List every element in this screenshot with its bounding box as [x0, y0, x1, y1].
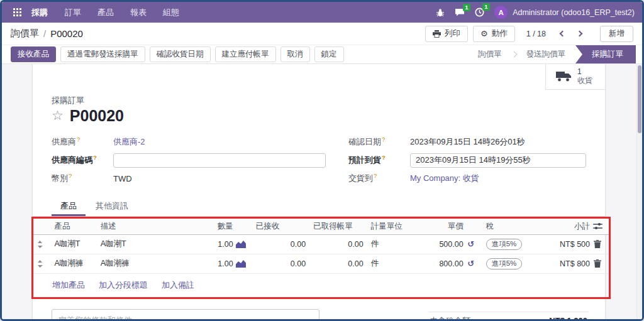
- cell-received[interactable]: 0.00: [252, 234, 310, 254]
- receipt-label: 收貨: [577, 77, 592, 85]
- debug-bug-icon[interactable]: [436, 8, 445, 17]
- add-note-link[interactable]: 加入備註: [162, 280, 194, 291]
- pager-previous-icon[interactable]: [555, 27, 569, 41]
- right-field-group: 確認日期? 2023年09月15日 14時26分01秒 預計到貨? 交貨到? M…: [348, 133, 586, 188]
- header-received[interactable]: 已接收: [252, 219, 310, 235]
- receipt-smart-button[interactable]: 1 收貨: [545, 64, 605, 90]
- create-bill-button[interactable]: 建立應付帳單: [215, 46, 276, 62]
- forecast-chart-icon[interactable]: [233, 241, 248, 248]
- cell-subtotal[interactable]: NT$ 500: [534, 234, 609, 254]
- cell-unit-price[interactable]: 800.00: [413, 254, 482, 273]
- cell-taxes[interactable]: 進項5%: [482, 234, 534, 254]
- confirm-date-label: 確認日期?: [348, 136, 410, 148]
- cell-product[interactable]: A咖潮T: [50, 234, 96, 254]
- cell-billed[interactable]: 0.00: [309, 254, 367, 273]
- header-unit-price[interactable]: 單價: [413, 219, 482, 235]
- add-product-link[interactable]: 增加產品: [52, 280, 85, 291]
- price-history-icon[interactable]: [464, 239, 479, 249]
- breadcrumb-parent-link[interactable]: 詢價單: [11, 28, 39, 40]
- favorite-star-icon[interactable]: [52, 108, 64, 123]
- help-marker: ?: [382, 154, 386, 161]
- delete-line-icon[interactable]: [590, 259, 605, 268]
- currency-label: 幣別?: [52, 172, 113, 184]
- menu-reporting[interactable]: 報表: [122, 7, 155, 18]
- vendor-value-link[interactable]: 供應商-2: [113, 136, 145, 148]
- pager-next-icon[interactable]: [574, 27, 587, 41]
- delete-line-icon[interactable]: [590, 240, 605, 248]
- planned-date-input[interactable]: [410, 153, 586, 168]
- drag-handle-icon[interactable]: [37, 241, 47, 248]
- table-header-row: 產品 描述 數量 已接收 已取得帳單 計量單位 單價 稅 小計: [33, 219, 609, 235]
- untaxed-amount-label: 未含稅金額:: [430, 315, 473, 321]
- action-label: 動作: [492, 28, 508, 39]
- cell-subtotal[interactable]: NT$ 800: [534, 254, 609, 273]
- table-row[interactable]: A咖潮褲 A咖潮褲 1.00 0.00 0.00 件 800.00 進項5% N…: [33, 254, 609, 273]
- form-statusbar: 接收產品 通過電郵發送採購單 確認收貨日期 建立應付帳單 取消 鎖定 詢價單 發…: [2, 45, 642, 64]
- print-button[interactable]: 列印: [425, 26, 468, 42]
- cell-description[interactable]: A咖潮T: [97, 234, 183, 254]
- new-record-button[interactable]: 新增: [600, 26, 633, 42]
- drag-handle-icon[interactable]: [37, 260, 47, 268]
- cell-uom[interactable]: 件: [367, 254, 413, 273]
- currency-value[interactable]: TWD: [113, 174, 132, 183]
- apps-grid-icon[interactable]: [9, 8, 25, 16]
- cell-billed[interactable]: 0.00: [309, 234, 367, 254]
- menu-orders[interactable]: 訂單: [57, 7, 89, 18]
- app-window: 採購 訂單 產品 報表 組態 1 1: [0, 0, 644, 321]
- cell-description[interactable]: A咖潮褲: [97, 254, 183, 273]
- step-rfq[interactable]: 詢價單: [468, 45, 512, 63]
- deliver-to-label: 交貨到?: [348, 172, 410, 184]
- user-label: Administrator (odoo16_ERP_test2): [513, 8, 635, 17]
- vertical-scrollbar[interactable]: [636, 64, 642, 319]
- cell-product[interactable]: A咖潮褲: [50, 254, 96, 273]
- header-subtotal[interactable]: 小計: [534, 219, 609, 235]
- cell-unit-price[interactable]: 500.00: [413, 234, 482, 254]
- add-section-link[interactable]: 加入分段標題: [99, 280, 148, 291]
- user-menu[interactable]: A Administrator (odoo16_ERP_test2): [494, 6, 635, 19]
- deliver-to-value-link[interactable]: My Company: 收貨: [410, 173, 479, 184]
- header-billed[interactable]: 已取得帳單: [309, 219, 367, 235]
- step-purchase-order[interactable]: 採購訂單: [575, 45, 636, 63]
- vendor-ref-input[interactable]: [113, 153, 326, 168]
- cell-taxes[interactable]: 進項5%: [482, 254, 534, 273]
- app-menu-purchase[interactable]: 採購: [25, 7, 57, 18]
- activities-clock-icon[interactable]: 1: [475, 8, 484, 17]
- lock-button[interactable]: 鎖定: [314, 46, 344, 62]
- cell-received[interactable]: 0.00: [252, 254, 310, 273]
- menu-products[interactable]: 產品: [89, 7, 122, 18]
- header-uom[interactable]: 計量單位: [367, 219, 413, 235]
- tax-tag[interactable]: 進項5%: [486, 239, 523, 250]
- tax-tag[interactable]: 進項5%: [486, 258, 523, 269]
- header-description[interactable]: 描述: [97, 219, 183, 235]
- header-taxes[interactable]: 稅: [482, 219, 534, 235]
- send-by-email-button[interactable]: 通過電郵發送採購單: [60, 46, 145, 62]
- confirm-receipt-date-button[interactable]: 確認收貨日期: [150, 46, 211, 62]
- scrollbar-thumb[interactable]: [638, 65, 641, 133]
- price-history-icon[interactable]: [464, 259, 479, 268]
- control-panel: 詢價單 / P00020 列印 動作 1 / 18 新增: [2, 23, 642, 45]
- tab-products[interactable]: 產品: [52, 197, 86, 216]
- action-button[interactable]: 動作: [473, 26, 515, 42]
- terms-conditions-textarea[interactable]: [52, 309, 319, 321]
- menu-configuration[interactable]: 組態: [155, 7, 187, 18]
- planned-date-label: 預計到貨?: [348, 154, 410, 166]
- cancel-button[interactable]: 取消: [280, 46, 310, 62]
- cell-quantity[interactable]: 1.00: [183, 254, 252, 273]
- tab-other-info[interactable]: 其他資訊: [87, 197, 137, 216]
- cell-quantity[interactable]: 1.00: [183, 234, 252, 254]
- gear-icon: [480, 29, 488, 38]
- receive-products-button[interactable]: 接收產品: [11, 46, 56, 62]
- breadcrumb-current: P00020: [50, 28, 83, 39]
- header-quantity[interactable]: 數量: [183, 219, 252, 235]
- forecast-chart-icon[interactable]: [233, 260, 248, 268]
- status-steps: 詢價單 發送詢價單 採購訂單: [468, 45, 636, 63]
- messages-icon[interactable]: 1: [455, 8, 465, 17]
- header-product[interactable]: 產品: [50, 219, 96, 235]
- step-rfq-sent[interactable]: 發送詢價單: [516, 45, 576, 63]
- cell-uom[interactable]: 件: [367, 234, 413, 254]
- notebook-tabs: 產品 其他資訊: [33, 188, 605, 217]
- optional-columns-icon[interactable]: [590, 222, 605, 230]
- printer-icon: [433, 30, 441, 38]
- print-label: 列印: [445, 28, 460, 39]
- table-row[interactable]: A咖潮T A咖潮T 1.00 0.00 0.00 件 500.00 進項5% N…: [33, 234, 609, 254]
